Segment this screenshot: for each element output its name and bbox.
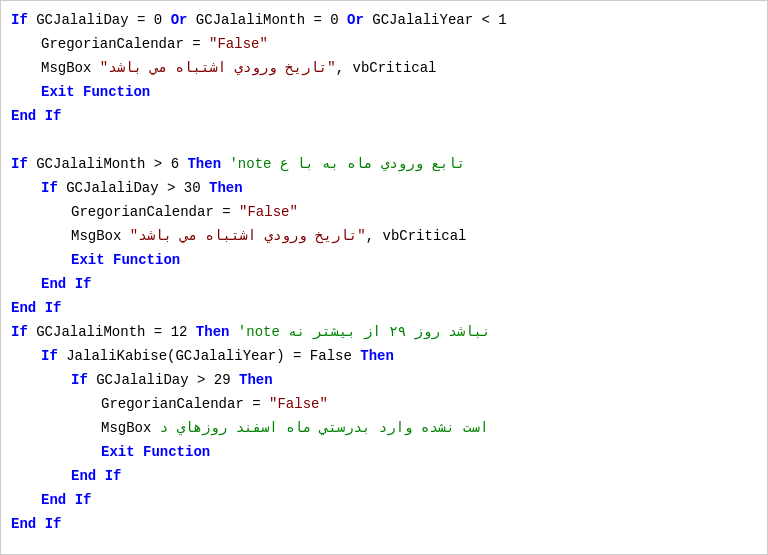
code-line — [1, 129, 767, 153]
code-line: MsgBox "تاريخ ورودي اشتباه مي باشد", vbC… — [1, 225, 767, 249]
code-line: MsgBox است نشده وارد بدرستي ماه اسفند رو… — [1, 417, 767, 441]
string-literal: "False" — [209, 33, 268, 55]
keyword: If — [71, 369, 88, 391]
code-line: Exit Function — [1, 81, 767, 105]
code-text — [75, 81, 83, 103]
string-literal: "False" — [239, 201, 298, 223]
code-text: JalaliKabise(GCJalaliYear) = False — [58, 345, 360, 367]
arabic-comment: است نشده وارد بدرستي ماه اسفند روزهاي د — [151, 417, 488, 439]
keyword: If — [75, 489, 92, 511]
code-text — [135, 441, 143, 463]
keyword: Then — [196, 321, 230, 343]
code-editor: If GCJalaliDay = 0 Or GCJalaliMonth = 0 … — [0, 0, 768, 555]
code-text: GCJalaliDay = 0 — [28, 9, 171, 31]
code-text: MsgBox — [41, 57, 100, 79]
code-text: , vbCritical — [336, 57, 437, 79]
code-text — [66, 273, 74, 295]
code-line: End If — [1, 489, 767, 513]
code-line: End If — [1, 273, 767, 297]
code-text: GCJalaliMonth > 6 — [28, 153, 188, 175]
keyword: Then — [360, 345, 394, 367]
code-line: If GCJalaliMonth = 12 Then 'note نباشد ر… — [1, 321, 767, 345]
code-text — [96, 465, 104, 487]
code-line: Exit Function — [1, 441, 767, 465]
keyword: End — [11, 105, 36, 127]
code-line: GregorianCalendar = "False" — [1, 393, 767, 417]
code-line: If GCJalaliMonth > 6 Then 'note تابع ورو… — [1, 153, 767, 177]
code-text: GCJalaliMonth = 0 — [187, 9, 347, 31]
keyword: If — [105, 465, 122, 487]
keyword: Then — [239, 369, 273, 391]
string-literal: "False" — [269, 393, 328, 415]
keyword: Function — [113, 249, 180, 271]
code-text — [229, 321, 237, 343]
keyword: If — [11, 153, 28, 175]
keyword: Function — [83, 81, 150, 103]
keyword: If — [45, 513, 62, 535]
code-text: GCJalaliDay > 29 — [88, 369, 239, 391]
code-line: GregorianCalendar = "False" — [1, 33, 767, 57]
code-line: End If — [1, 513, 767, 537]
keyword: If — [45, 297, 62, 319]
comment: 'note — [229, 153, 271, 175]
keyword: Exit — [71, 249, 105, 271]
keyword: Then — [187, 153, 221, 175]
code-text: GregorianCalendar = — [71, 201, 239, 223]
code-line: If JalaliKabise(GCJalaliYear) = False Th… — [1, 345, 767, 369]
keyword: End — [11, 297, 36, 319]
code-text — [36, 513, 44, 535]
code-text: GregorianCalendar = — [101, 393, 269, 415]
keyword: If — [41, 345, 58, 367]
code-text: , vbCritical — [366, 225, 467, 247]
arabic-comment: نباشد روز ۲۹ از بيشتر نه — [280, 321, 491, 343]
keyword: End — [41, 489, 66, 511]
code-text: MsgBox — [101, 417, 151, 439]
keyword: If — [45, 105, 62, 127]
code-line: If GCJalaliDay > 29 Then — [1, 369, 767, 393]
code-line: End If — [1, 105, 767, 129]
keyword: If — [75, 273, 92, 295]
code-text — [221, 153, 229, 175]
code-line: End If — [1, 465, 767, 489]
keyword: Exit — [41, 81, 75, 103]
keyword: Or — [347, 9, 364, 31]
keyword: End — [41, 273, 66, 295]
code-line: If GCJalaliDay = 0 Or GCJalaliMonth = 0 … — [1, 9, 767, 33]
keyword: If — [41, 177, 58, 199]
code-line: End If — [1, 297, 767, 321]
code-text: GregorianCalendar = — [41, 33, 209, 55]
keyword: If — [11, 9, 28, 31]
code-text — [36, 297, 44, 319]
code-text: GCJalaliDay > 30 — [58, 177, 209, 199]
keyword: End — [11, 513, 36, 535]
code-text: MsgBox — [71, 225, 130, 247]
keyword: Function — [143, 441, 210, 463]
code-text — [105, 249, 113, 271]
string-literal: "تاريخ ورودي اشتباه مي باشد" — [100, 57, 336, 79]
code-line: MsgBox "تاريخ ورودي اشتباه مي باشد", vbC… — [1, 57, 767, 81]
comment: 'note — [238, 321, 280, 343]
code-line: GregorianCalendar = "False" — [1, 201, 767, 225]
code-text — [66, 489, 74, 511]
code-line: If GCJalaliDay > 30 Then — [1, 177, 767, 201]
string-literal: "تاريخ ورودي اشتباه مي باشد" — [130, 225, 366, 247]
keyword: Or — [171, 9, 188, 31]
code-text: GCJalaliMonth = 12 — [28, 321, 196, 343]
keyword: End — [71, 465, 96, 487]
code-text — [36, 105, 44, 127]
keyword: Then — [209, 177, 243, 199]
code-text: GCJalaliYear < 1 — [364, 9, 507, 31]
code-line: Exit Function — [1, 249, 767, 273]
keyword: If — [11, 321, 28, 343]
keyword: Exit — [101, 441, 135, 463]
arabic-comment: تابع ورودي ماه به با ع — [271, 153, 465, 175]
